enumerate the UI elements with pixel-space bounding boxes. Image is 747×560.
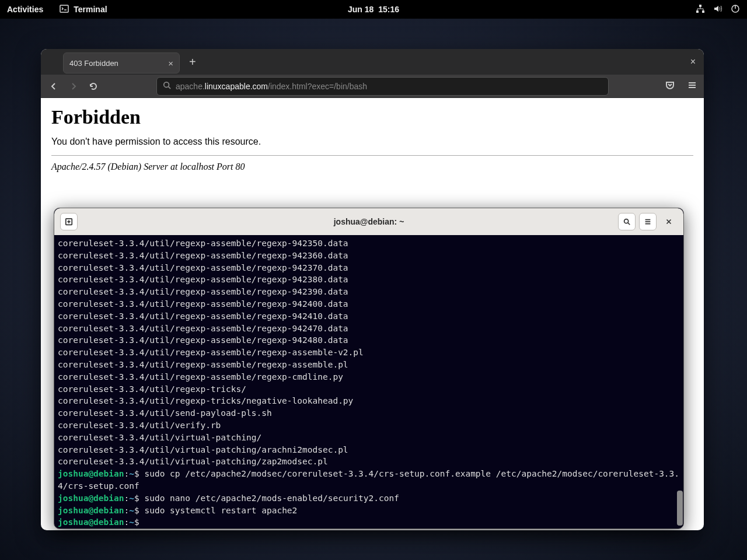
svg-rect-2 [696,10,699,13]
volume-icon[interactable] [713,4,722,15]
svg-rect-1 [699,5,701,7]
browser-tabbar: 403 Forbidden × + × [41,49,704,75]
terminal-close-button[interactable] [660,213,678,230]
terminal-search-button[interactable] [618,213,636,230]
browser-tab[interactable]: 403 Forbidden × [63,52,180,74]
svg-point-5 [164,82,169,88]
search-icon [163,81,171,91]
terminal-window: joshua@debian: ~ coreruleset-3.3.4/util/… [54,208,684,529]
tab-title: 403 Forbidden [69,59,118,68]
svg-point-7 [624,219,629,223]
svg-rect-3 [702,10,704,13]
network-icon[interactable] [696,4,705,15]
new-terminal-tab-button[interactable] [60,213,78,230]
page-message: You don't have permission to access this… [51,136,693,147]
activities-button[interactable]: Activities [7,5,43,14]
terminal-menu-button[interactable] [639,213,657,230]
clock[interactable]: Jun 18 15:16 [348,5,399,14]
new-tab-button[interactable]: + [189,56,196,68]
terminal-app-icon [60,4,69,15]
terminal-title: joshua@debian: ~ [334,217,404,226]
pocket-icon[interactable] [665,80,675,92]
page-heading: Forbidden [51,106,693,128]
server-signature: Apache/2.4.57 (Debian) Server at localho… [51,162,693,172]
url-text: apache.linuxcapable.com/index.html?exec=… [176,82,367,91]
active-app-label: Terminal [74,5,107,14]
terminal-scrollbar[interactable] [677,491,683,526]
gnome-topbar: Activities Terminal Jun 18 15:16 [0,0,747,19]
active-app-indicator[interactable]: Terminal [60,4,107,15]
reload-button[interactable] [88,80,99,92]
terminal-titlebar: joshua@debian: ~ [54,208,683,235]
window-close-icon[interactable]: × [690,57,696,67]
back-button[interactable] [48,80,60,92]
hamburger-menu-icon[interactable] [687,80,697,92]
browser-toolbar: apache.linuxcapable.com/index.html?exec=… [41,75,704,98]
svg-rect-0 [60,5,68,12]
power-icon[interactable] [731,4,740,15]
browser-viewport: Forbidden You don't have permission to a… [41,98,704,180]
forward-button[interactable] [68,80,79,92]
url-bar[interactable]: apache.linuxcapable.com/index.html?exec=… [156,77,609,96]
tab-close-icon[interactable]: × [168,58,173,68]
activities-label: Activities [7,5,43,14]
page-divider [51,155,693,156]
terminal-body[interactable]: coreruleset-3.3.4/util/regexp-assemble/r… [54,235,683,528]
